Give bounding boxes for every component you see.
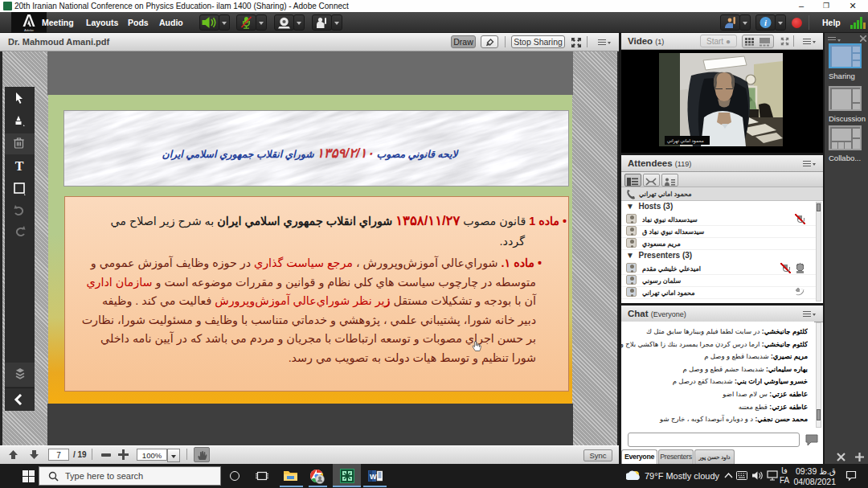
svg-text:T: T (15, 159, 24, 172)
svg-text:Adobe: Adobe (24, 28, 35, 32)
svg-text:محمود اماني تهراني: محمود اماني تهراني (667, 138, 704, 144)
svg-text:W: W (370, 473, 377, 481)
